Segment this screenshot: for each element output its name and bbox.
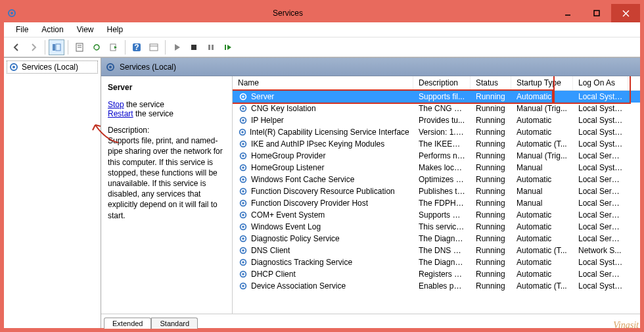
- cell-startup: Manual (Trig...: [511, 104, 573, 113]
- table-row[interactable]: Windows Font Cache ServiceOptimizes p...…: [233, 174, 640, 185]
- cell-name: COM+ Event System: [251, 210, 325, 220]
- col-startup-type[interactable]: Startup Type: [511, 76, 573, 90]
- cell-startup: Automatic: [511, 116, 573, 125]
- table-row[interactable]: Diagnostic Policy ServiceThe Diagno...Ru…: [233, 233, 640, 245]
- table-row[interactable]: IP HelperProvides tu...RunningAutomaticL…: [233, 114, 640, 126]
- svg-point-37: [242, 166, 244, 169]
- close-button[interactable]: [611, 4, 640, 22]
- titlebar[interactable]: Services: [4, 4, 640, 22]
- table-row[interactable]: Diagnostics Tracking ServiceThe Diagno..…: [233, 256, 640, 268]
- cell-description: Makes local...: [413, 163, 471, 172]
- rows-container[interactable]: ServerSupports fil...RunningAutomaticLoc…: [233, 91, 640, 314]
- export-button[interactable]: [106, 39, 122, 55]
- table-row[interactable]: Windows Event LogThis service ...Running…: [233, 221, 640, 233]
- gear-icon: [238, 139, 248, 149]
- show-hide-tree-button[interactable]: [49, 39, 64, 55]
- pause-service-button[interactable]: [203, 39, 219, 55]
- table-row[interactable]: IKE and AuthIP IPsec Keying ModulesThe I…: [233, 138, 640, 150]
- stop-link[interactable]: Stop: [108, 100, 124, 109]
- minimize-button[interactable]: [553, 4, 582, 22]
- svg-rect-7: [56, 44, 60, 51]
- tree-pane[interactable]: Services (Local): [4, 58, 101, 328]
- cell-logon: Network S...: [573, 246, 628, 255]
- cell-description: The DNS Cli...: [413, 246, 471, 255]
- gear-icon: [238, 103, 248, 114]
- table-row[interactable]: HomeGroup ListenerMakes local...RunningM…: [233, 162, 640, 174]
- start-service-button[interactable]: [169, 39, 185, 55]
- menu-view[interactable]: View: [70, 23, 101, 36]
- col-description[interactable]: Description: [413, 76, 471, 90]
- services-list: Name Description Status Startup Type Log…: [233, 76, 640, 314]
- svg-point-45: [242, 214, 244, 216]
- back-button[interactable]: [9, 39, 24, 55]
- col-log-on-as[interactable]: Log On As: [573, 76, 628, 90]
- cell-status: Running: [471, 270, 511, 279]
- menu-file[interactable]: File: [9, 23, 35, 36]
- table-row[interactable]: ServerSupports fil...RunningAutomaticLoc…: [233, 91, 640, 103]
- cell-name: Device Association Service: [251, 281, 346, 291]
- toolbar-button[interactable]: [146, 39, 162, 55]
- cell-name: HomeGroup Provider: [251, 151, 325, 160]
- cell-startup: Automatic: [511, 234, 573, 243]
- table-row[interactable]: Function Discovery Resource PublicationP…: [233, 185, 640, 197]
- tab-standard[interactable]: Standard: [151, 318, 198, 329]
- table-row[interactable]: DHCP ClientRegisters an...RunningAutomat…: [233, 268, 640, 280]
- gear-icon: [238, 198, 248, 208]
- col-status[interactable]: Status: [471, 76, 511, 90]
- svg-point-43: [242, 202, 244, 204]
- cell-name: Diagnostics Tracking Service: [251, 258, 352, 267]
- table-row[interactable]: HomeGroup ProviderPerforms ne...RunningM…: [233, 150, 640, 162]
- gear-icon: [238, 233, 248, 244]
- cell-logon: Local Service: [573, 199, 628, 208]
- menu-action[interactable]: Action: [35, 23, 70, 36]
- cell-startup: Automatic: [511, 258, 573, 267]
- svg-point-47: [242, 225, 244, 228]
- cell-status: Running: [471, 175, 511, 184]
- description-pane: Server Stop the service Restart the serv…: [101, 76, 233, 314]
- svg-point-41: [242, 190, 244, 193]
- maximize-button[interactable]: [582, 4, 611, 22]
- restart-link[interactable]: Restart: [108, 109, 133, 118]
- gear-icon: [238, 269, 248, 279]
- cell-logon: Local Service: [573, 151, 628, 160]
- refresh-button[interactable]: [89, 39, 104, 55]
- table-row[interactable]: CNG Key IsolationThe CNG ke...RunningMan…: [233, 103, 640, 114]
- cell-status: Running: [471, 163, 511, 172]
- cell-status: Running: [471, 187, 511, 196]
- cell-status: Running: [471, 222, 511, 231]
- table-row[interactable]: COM+ Event SystemSupports Sy...RunningAu…: [233, 209, 640, 221]
- cell-name: HomeGroup Listener: [251, 163, 324, 172]
- cell-description: Enables pair...: [413, 281, 471, 291]
- svg-point-21: [12, 66, 15, 68]
- table-row[interactable]: Intel(R) Capability Licensing Service In…: [233, 126, 640, 138]
- help-button[interactable]: ?: [129, 39, 145, 55]
- gear-icon: [238, 222, 248, 232]
- table-row[interactable]: DNS ClientThe DNS Cli...RunningAutomatic…: [233, 245, 640, 256]
- cell-description: Publishes th...: [413, 187, 471, 196]
- cell-description: Optimizes p...: [413, 175, 471, 184]
- stop-service-button[interactable]: [186, 39, 202, 55]
- cell-name: Function Discovery Resource Publication: [251, 187, 395, 196]
- cell-startup: Automatic: [511, 92, 573, 101]
- svg-point-55: [242, 273, 244, 275]
- panel-header: Services (Local): [101, 58, 640, 76]
- col-name[interactable]: Name: [233, 76, 413, 90]
- properties-button[interactable]: [72, 39, 87, 55]
- window-title: Services: [22, 9, 553, 18]
- tree-root-label: Services (Local): [22, 62, 78, 72]
- app-icon: [7, 8, 17, 18]
- tab-extended[interactable]: Extended: [104, 318, 151, 329]
- table-row[interactable]: Device Association ServiceEnables pair..…: [233, 280, 640, 292]
- cell-name: Diagnostic Policy Service: [251, 234, 340, 243]
- menu-help[interactable]: Help: [101, 23, 130, 36]
- restart-service-button[interactable]: [220, 39, 236, 55]
- cell-logon: Local Service: [573, 222, 628, 231]
- table-row[interactable]: Function Discovery Provider HostThe FDPH…: [233, 197, 640, 209]
- menubar: File Action View Help: [4, 22, 640, 37]
- gear-icon: [238, 186, 248, 197]
- forward-button[interactable]: [26, 39, 41, 55]
- cell-status: Running: [471, 234, 511, 243]
- tree-root-services-local[interactable]: Services (Local): [7, 60, 98, 74]
- svg-point-25: [242, 95, 244, 98]
- cell-name: Server: [251, 92, 274, 101]
